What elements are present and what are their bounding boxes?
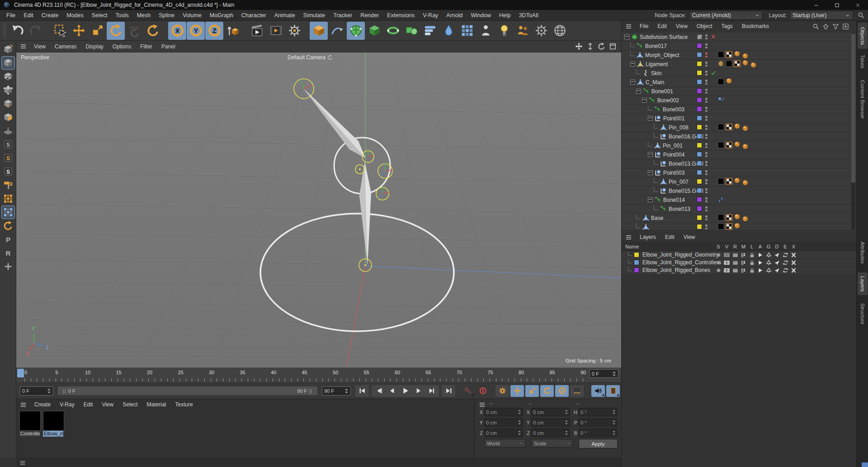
- solo-icon[interactable]: [715, 259, 722, 266]
- ball-tag-icon[interactable]: [742, 52, 749, 59]
- material-name[interactable]: Elbow_m: [43, 431, 63, 437]
- render-visibility-dot[interactable]: [705, 164, 708, 167]
- expander-icon[interactable]: [642, 98, 647, 103]
- menu-create[interactable]: Create: [38, 12, 63, 19]
- editor-visibility-dot[interactable]: [705, 80, 708, 82]
- menu-3dtoall[interactable]: 3DToAll: [515, 12, 542, 19]
- object-manager-menu-icon[interactable]: [625, 23, 632, 30]
- material-thumbnail[interactable]: [43, 411, 64, 431]
- visibility-dots[interactable]: [705, 188, 708, 193]
- layer-color-chip[interactable]: [697, 143, 702, 148]
- object-name[interactable]: Point004: [663, 152, 684, 158]
- visibility-dots[interactable]: [705, 215, 708, 220]
- object-row-bone016-goal[interactable]: Bone016.Goal: [622, 132, 856, 141]
- black-tag-icon[interactable]: [717, 51, 724, 58]
- object-row-bone002[interactable]: Bone002: [622, 96, 856, 105]
- snap-modes-button[interactable]: S: [2, 165, 14, 178]
- layer-color-chip[interactable]: [697, 161, 702, 166]
- render-visibility-dot[interactable]: [705, 110, 708, 112]
- end-frame-spinner[interactable]: 90 F: [322, 386, 351, 396]
- scale-tool-button[interactable]: [88, 22, 106, 40]
- object-name[interactable]: Base: [651, 215, 663, 221]
- deformers-icon[interactable]: [774, 267, 781, 273]
- viewport-menu-cameras[interactable]: Cameras: [50, 43, 81, 50]
- visibility-dots[interactable]: [705, 125, 708, 130]
- viewport-scene[interactable]: Y Z X: [16, 52, 621, 367]
- object-name[interactable]: Point001: [663, 115, 684, 122]
- add-volume-button[interactable]: [439, 22, 458, 40]
- viewport-pan-icon[interactable]: [575, 43, 583, 50]
- black-tag-icon[interactable]: [726, 60, 732, 67]
- object-name[interactable]: Pin_008: [669, 124, 689, 131]
- viewport-camera-label[interactable]: Default Camera: [288, 54, 369, 61]
- object-row-bone001[interactable]: Bone001: [622, 87, 856, 95]
- reset-psr-button[interactable]: [2, 219, 14, 232]
- mode-p-button[interactable]: P: [2, 233, 14, 246]
- render-visibility-dot[interactable]: [705, 210, 708, 212]
- visibility-dots[interactable]: [705, 43, 708, 48]
- toolbar-drag-handle[interactable]: [3, 23, 6, 38]
- layer-color-chip[interactable]: [697, 88, 702, 94]
- black-tag-icon[interactable]: [717, 214, 724, 221]
- object-name[interactable]: Bone002: [657, 97, 679, 104]
- ball-tag-icon[interactable]: [734, 123, 741, 129]
- editor-visibility-dot[interactable]: [705, 43, 708, 46]
- checker-tag-icon[interactable]: [726, 124, 732, 130]
- point-mode-button[interactable]: [2, 84, 14, 96]
- material-name[interactable]: Controlle: [19, 431, 40, 437]
- stepper-arrows-icon[interactable]: [565, 410, 568, 415]
- render-visibility-dot[interactable]: [705, 137, 708, 139]
- stepper-arrows-icon[interactable]: [344, 388, 349, 394]
- snap-enable-button[interactable]: S: [2, 152, 14, 164]
- visibility-dots[interactable]: [705, 89, 708, 94]
- visibility-dots[interactable]: [705, 107, 708, 112]
- material-menu-texture[interactable]: Texture: [170, 401, 197, 408]
- coordinate-input-z[interactable]: 0 cm: [484, 429, 523, 437]
- expander-icon[interactable]: [648, 170, 653, 175]
- visibility-eye-icon[interactable]: [723, 252, 731, 258]
- material-menu-select[interactable]: Select: [118, 401, 142, 408]
- world-select[interactable]: World: [484, 439, 526, 448]
- render-visibility-dot[interactable]: [705, 92, 708, 94]
- ik-tag-icon[interactable]: [717, 196, 724, 203]
- object-name[interactable]: Bone017: [645, 43, 667, 49]
- lock-y-axis-button[interactable]: Y: [187, 22, 205, 40]
- render-picture-viewer-button[interactable]: [267, 22, 285, 40]
- black-tag-icon[interactable]: [717, 78, 724, 85]
- render-visibility-dot[interactable]: [705, 56, 708, 58]
- next-key-button[interactable]: [425, 385, 438, 397]
- editor-visibility-dot[interactable]: [705, 206, 708, 209]
- disabled-icon[interactable]: [711, 34, 716, 39]
- side-tab-attributes[interactable]: Attributes: [858, 235, 868, 270]
- sound-playback-button[interactable]: [591, 385, 605, 397]
- layer-color-chip[interactable]: [697, 152, 702, 157]
- layer-color-swatch[interactable]: [634, 252, 639, 257]
- menu-edit[interactable]: Edit: [19, 12, 38, 19]
- editor-visibility-dot[interactable]: [705, 34, 708, 37]
- object-name[interactable]: Bone014: [663, 197, 685, 203]
- object-name[interactable]: Bone003: [663, 106, 684, 113]
- layer-color-chip[interactable]: [697, 197, 702, 202]
- black-tag-icon[interactable]: [717, 223, 724, 230]
- add-array-button[interactable]: [384, 22, 402, 40]
- menu-select[interactable]: Select: [88, 12, 112, 19]
- object-manager-menu-bookmarks[interactable]: Bookmarks: [737, 23, 774, 29]
- tree-scrollbar-thumb[interactable]: [851, 33, 855, 183]
- object-row-subdivision-surface[interactable]: Subdivision Surface: [622, 33, 856, 41]
- object-row-point004[interactable]: Point004: [622, 150, 856, 159]
- ball-tag-icon[interactable]: [742, 143, 749, 150]
- render-visibility-dot[interactable]: [705, 101, 708, 103]
- material-menu-icon[interactable]: [20, 401, 27, 408]
- maximize-button[interactable]: [826, 0, 847, 10]
- layer-color-chip[interactable]: [697, 34, 703, 40]
- add-character-button[interactable]: [476, 22, 495, 40]
- menu-modes[interactable]: Modes: [62, 12, 88, 19]
- layers-menu-layers[interactable]: Layers: [635, 234, 660, 240]
- editor-visibility-dot[interactable]: [705, 107, 708, 109]
- expander-icon[interactable]: [630, 80, 635, 85]
- object-name[interactable]: Point003: [663, 170, 684, 176]
- side-tab-objects[interactable]: Objects: [858, 23, 868, 49]
- object-manager-menu-file[interactable]: File: [635, 23, 653, 29]
- object-manager-up-icon[interactable]: [822, 23, 829, 30]
- stepper-arrows-icon[interactable]: [565, 430, 568, 435]
